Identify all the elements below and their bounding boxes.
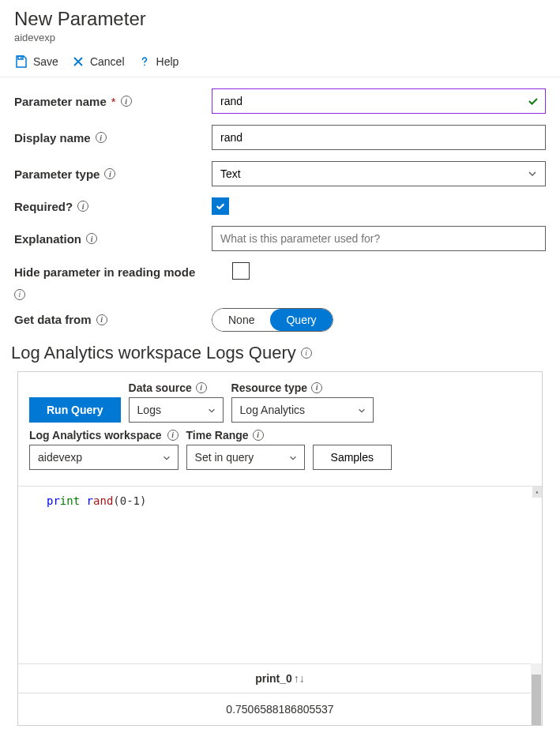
workspace-select[interactable]: aidevexp [29,445,179,470]
chevron-down-icon [207,405,216,415]
cancel-icon [71,54,85,69]
required-checkbox[interactable] [212,197,229,215]
required-asterisk: * [111,95,116,108]
scrollbar[interactable]: ▴ [532,487,542,498]
get-data-label: Get data from i [14,313,212,326]
info-icon[interactable]: i [253,430,264,441]
cancel-button[interactable]: Cancel [71,54,125,69]
query-panel: Run Query Data sourcei Logs Resource typ… [17,371,543,726]
info-icon[interactable]: i [96,314,107,325]
info-icon[interactable]: i [301,348,312,359]
info-icon[interactable]: i [121,96,132,107]
help-icon [137,54,152,69]
workspace-name: aidevexp [14,32,546,43]
data-source-toggle: None Query [212,308,333,332]
workspace-label: Log Analytics workspacei [29,429,179,442]
sort-arrows-icon: ↑↓ [294,672,305,685]
chevron-down-icon [162,453,171,462]
info-icon[interactable]: i [167,430,179,441]
toolbar: Save Cancel Help [0,48,560,77]
explanation-label: Explanation i [14,232,212,246]
info-icon[interactable]: i [311,382,322,393]
info-icon[interactable]: i [104,168,115,179]
time-range-select[interactable]: Set in query [186,445,305,470]
info-icon[interactable]: i [196,382,207,393]
resource-type-select[interactable]: Log Analytics [231,397,374,423]
run-query-button[interactable]: Run Query [29,397,121,423]
query-section-title: Log Analytics workspace Logs Query i [0,343,560,371]
samples-button[interactable]: Samples [313,445,392,470]
data-source-label: Data sourcei [129,381,224,394]
info-icon[interactable]: i [86,233,97,244]
save-button[interactable]: Save [14,54,58,69]
page-title: New Parameter [14,8,546,30]
chevron-down-icon [288,453,298,462]
param-type-label: Parameter type i [14,167,212,181]
query-editor[interactable]: print rand(0-1)▴ [18,486,542,663]
svg-rect-0 [21,57,22,58]
header: New Parameter aidevexp [0,0,560,48]
required-label: Required? i [14,200,212,213]
param-name-label: Parameter name * i [14,95,212,108]
chevron-down-icon [357,405,366,415]
hide-param-checkbox[interactable] [232,262,250,280]
param-name-input[interactable] [212,88,546,114]
save-label: Save [33,55,58,68]
explanation-input[interactable] [212,226,546,251]
hide-param-label: Hide parameter in reading mode [14,265,232,279]
results-cell: 0.7506588186805537 [18,693,542,725]
help-label: Help [156,55,179,68]
info-icon[interactable]: i [14,289,25,300]
cancel-label: Cancel [90,55,125,68]
svg-point-1 [144,64,145,66]
info-icon[interactable]: i [77,201,88,212]
results-column-header[interactable]: print_0↑↓ ▴ [18,663,542,693]
resource-type-label: Resource typei [231,381,374,394]
info-icon[interactable]: i [96,132,107,143]
time-range-label: Time Rangei [186,429,305,442]
save-icon [14,54,28,69]
data-source-select[interactable]: Logs [129,397,224,423]
param-type-select[interactable] [212,161,546,186]
pill-none[interactable]: None [212,309,270,331]
display-name-label: Display name i [14,131,212,145]
scrollbar[interactable] [531,663,542,725]
help-button[interactable]: Help [137,54,179,69]
display-name-input[interactable] [212,125,546,150]
parameter-form: Parameter name * i Display name i Parame… [0,77,560,332]
pill-query[interactable]: Query [270,309,332,331]
